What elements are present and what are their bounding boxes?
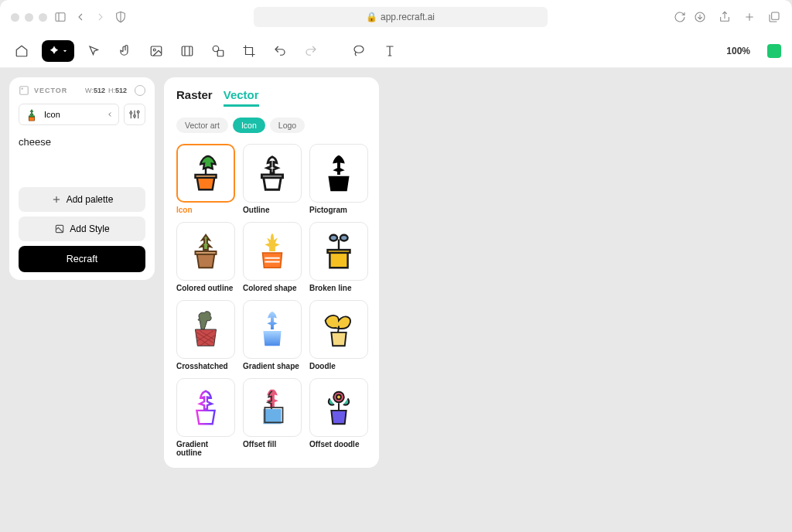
recraft-button[interactable]: Recraft — [19, 246, 145, 272]
tab-raster[interactable]: Raster — [176, 88, 213, 107]
chip-icon[interactable]: Icon — [233, 118, 265, 133]
hand-tool-icon[interactable] — [114, 40, 136, 62]
style-label-crosshatched: Crosshatched — [176, 362, 235, 370]
style-label-colored-outline: Colored outline — [176, 284, 235, 292]
history-icon[interactable] — [135, 85, 145, 96]
svg-point-22 — [134, 115, 136, 118]
url-text: app.recraft.ai — [381, 12, 435, 22]
svg-rect-36 — [328, 250, 350, 253]
style-label-broken-line: Broken line — [309, 284, 368, 292]
style-card-colored-outline[interactable] — [176, 222, 235, 281]
svg-point-14 — [354, 46, 364, 53]
download-icon[interactable] — [693, 10, 707, 24]
svg-rect-32 — [265, 261, 279, 263]
text-tool-icon[interactable] — [379, 40, 401, 62]
style-label-pictogram: Pictogram — [309, 206, 368, 214]
new-tab-icon[interactable] — [742, 10, 756, 24]
style-label-icon: Icon — [176, 206, 235, 214]
traffic-close[interactable] — [11, 13, 19, 22]
add-palette-button[interactable]: Add palette — [19, 187, 145, 212]
style-card-crosshatched[interactable] — [176, 300, 235, 359]
settings-button[interactable] — [124, 104, 145, 125]
style-card-pictogram[interactable] — [309, 144, 368, 203]
svg-rect-28 — [195, 175, 216, 178]
svg-rect-0 — [56, 13, 65, 22]
browser-bar: 🔒 app.recraft.ai — [0, 0, 792, 34]
mode-label: VECTOR — [34, 87, 67, 94]
style-label-outline: Outline — [243, 206, 302, 214]
brand-badge[interactable] — [767, 44, 781, 58]
plus-icon — [51, 194, 62, 205]
frame-tool-icon[interactable] — [176, 40, 198, 62]
svg-point-34 — [340, 235, 348, 241]
style-card-gradient-shape[interactable] — [243, 300, 302, 359]
app-toolbar: 100% — [0, 34, 792, 68]
traffic-lights — [11, 13, 47, 22]
style-selector[interactable]: Icon — [19, 104, 119, 125]
style-card-offset-fill[interactable] — [243, 378, 302, 437]
height-value[interactable]: 512 — [115, 87, 127, 94]
style-card-broken-line[interactable] — [309, 222, 368, 281]
traffic-max[interactable] — [39, 13, 47, 22]
style-card-outline[interactable] — [243, 144, 302, 203]
style-label-offset-fill: Offset fill — [243, 440, 302, 448]
style-card-colored-shape[interactable] — [243, 222, 302, 281]
svg-rect-8 — [772, 12, 779, 19]
url-bar[interactable]: 🔒 app.recraft.ai — [254, 7, 548, 27]
style-label: Icon — [44, 110, 60, 119]
style-label-gradient-outline: Gradient outline — [176, 440, 235, 457]
zoom-level[interactable]: 100% — [726, 46, 750, 56]
svg-rect-30 — [195, 251, 216, 254]
style-label-gradient-shape: Gradient shape — [243, 362, 302, 370]
image-tool-icon[interactable] — [145, 40, 167, 62]
svg-point-16 — [22, 88, 22, 89]
chip-vector-art[interactable]: Vector art — [176, 118, 228, 133]
vector-mode-icon — [19, 85, 29, 96]
svg-point-21 — [130, 112, 132, 114]
main-area: VECTOR W:512 H:512 Icon cheese Add palet… — [0, 68, 792, 532]
svg-point-10 — [153, 49, 155, 51]
style-card-gradient-outline[interactable] — [176, 378, 235, 437]
home-icon[interactable] — [11, 40, 32, 62]
traffic-min[interactable] — [25, 13, 33, 22]
style-grid: Icon Outline Pictogram Colored outline C… — [176, 144, 367, 457]
style-thumb-icon — [24, 107, 39, 122]
lasso-tool-icon[interactable] — [348, 40, 370, 62]
style-label-colored-shape: Colored shape — [243, 284, 302, 292]
svg-rect-9 — [151, 46, 162, 56]
nav-back-icon[interactable] — [73, 10, 87, 24]
redo-icon[interactable] — [300, 40, 322, 62]
style-label-doodle: Doodle — [309, 362, 368, 370]
style-card-offset-doodle[interactable] — [309, 378, 368, 437]
style-panel: Raster Vector Vector art Icon Logo Icon … — [164, 77, 379, 468]
sidebar-toggle-icon[interactable] — [53, 10, 67, 24]
sidebar: VECTOR W:512 H:512 Icon cheese Add palet… — [9, 77, 155, 280]
select-tool-icon[interactable] — [84, 40, 105, 62]
tab-vector[interactable]: Vector — [224, 88, 259, 107]
svg-rect-17 — [29, 118, 34, 121]
svg-rect-13 — [217, 50, 224, 56]
svg-rect-15 — [20, 87, 29, 95]
prompt-input[interactable]: cheese — [19, 136, 145, 182]
style-card-doodle[interactable] — [309, 300, 368, 359]
chip-logo[interactable]: Logo — [270, 118, 305, 133]
svg-point-23 — [137, 111, 139, 113]
style-card-icon[interactable] — [176, 144, 235, 203]
shapes-tool-icon[interactable] — [207, 40, 229, 62]
undo-icon[interactable] — [269, 40, 291, 62]
shield-icon[interactable] — [114, 10, 128, 24]
crop-tool-icon[interactable] — [238, 40, 260, 62]
svg-rect-11 — [182, 46, 193, 56]
svg-rect-42 — [263, 409, 281, 424]
width-value[interactable]: 512 — [94, 87, 105, 94]
nav-forward-icon[interactable] — [94, 10, 108, 24]
lock-icon: 🔒 — [366, 12, 377, 22]
add-style-button[interactable]: Add Style — [19, 217, 145, 241]
share-icon[interactable] — [718, 10, 732, 24]
generate-tool[interactable] — [42, 40, 74, 62]
style-icon — [54, 223, 65, 234]
svg-rect-31 — [265, 257, 279, 259]
tabs-icon[interactable] — [767, 10, 781, 24]
svg-point-45 — [336, 395, 341, 400]
reload-icon[interactable] — [673, 10, 687, 24]
